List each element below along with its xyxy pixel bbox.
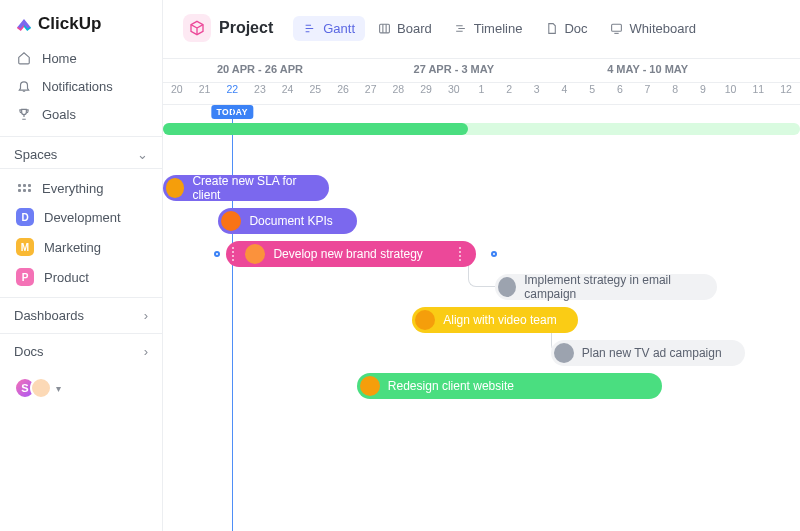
tab-gantt[interactable]: Gantt: [293, 16, 365, 41]
nav-label: Notifications: [42, 79, 113, 94]
task-bar-brand[interactable]: Develop new brand strategy: [226, 241, 475, 267]
space-badge: M: [16, 238, 34, 256]
space-badge: D: [16, 208, 34, 226]
day-header: 29: [412, 83, 440, 104]
assignee-avatar: [221, 211, 241, 231]
today-line: [232, 105, 233, 531]
project-chip[interactable]: Project: [177, 10, 279, 46]
day-header: 3: [523, 83, 551, 104]
assignee-avatar: [166, 178, 184, 198]
assignee-avatar: [554, 343, 574, 363]
task-bar-video[interactable]: Align with video team: [412, 307, 578, 333]
day-header: 2: [495, 83, 523, 104]
milestone-dot[interactable]: [214, 251, 220, 257]
clickup-logo-icon: [14, 14, 34, 34]
space-marketing[interactable]: M Marketing: [6, 233, 156, 261]
docs-section[interactable]: Docs ›: [0, 333, 162, 369]
section-label: Docs: [14, 344, 44, 359]
day-header: 27: [357, 83, 385, 104]
brand-logo[interactable]: ClickUp: [0, 0, 162, 44]
day-header: 30: [440, 83, 468, 104]
tab-timeline[interactable]: Timeline: [444, 16, 533, 41]
gantt-chart-area[interactable]: Create new SLA for clientDocument KPIsDe…: [163, 105, 800, 531]
task-bar-tvad[interactable]: Plan new TV ad campaign: [551, 340, 745, 366]
assignee-avatar: [415, 310, 435, 330]
day-header: 10: [717, 83, 745, 104]
grid-icon: [16, 180, 32, 196]
task-label: Create new SLA for client: [192, 174, 317, 202]
tab-doc[interactable]: Doc: [534, 16, 597, 41]
week-header: 27 APR - 3 MAY: [357, 59, 551, 82]
space-development[interactable]: D Development: [6, 203, 156, 231]
day-header: 28: [385, 83, 413, 104]
svg-rect-1: [612, 24, 622, 31]
nav-label: Goals: [42, 107, 76, 122]
day-header: 23: [246, 83, 274, 104]
task-label: Document KPIs: [249, 214, 332, 228]
day-header: 7: [634, 83, 662, 104]
space-label: Product: [44, 270, 89, 285]
spaces-header[interactable]: Spaces ⌄: [0, 136, 162, 169]
tab-label: Whiteboard: [630, 21, 696, 36]
day-header: 26: [329, 83, 357, 104]
sidebar: ClickUp Home Notifications Goals Spaces …: [0, 0, 163, 531]
day-header: 22TODAY: [218, 83, 246, 104]
space-label: Development: [44, 210, 121, 225]
tab-label: Board: [397, 21, 432, 36]
avatar: [30, 377, 52, 399]
svg-rect-0: [379, 24, 389, 33]
chevron-right-icon: ›: [144, 308, 148, 323]
tab-label: Gantt: [323, 21, 355, 36]
task-bar-kpis[interactable]: Document KPIs: [218, 208, 356, 234]
whiteboard-icon: [610, 21, 624, 35]
tab-label: Timeline: [474, 21, 523, 36]
day-header: 12: [772, 83, 800, 104]
day-header: 24: [274, 83, 302, 104]
gantt-icon: [303, 21, 317, 35]
doc-icon: [544, 21, 558, 35]
nav-notifications[interactable]: Notifications: [6, 72, 156, 100]
topbar: Project Gantt Board Timeline Doc: [163, 0, 800, 59]
home-icon: [16, 50, 32, 66]
space-everything[interactable]: Everything: [6, 175, 156, 201]
bell-icon: [16, 78, 32, 94]
week-header-row: 20 APR - 26 APR27 APR - 3 MAY4 MAY - 10 …: [163, 59, 800, 83]
task-label: Align with video team: [443, 313, 556, 327]
day-header: 11: [744, 83, 772, 104]
tab-label: Doc: [564, 21, 587, 36]
tab-board[interactable]: Board: [367, 16, 442, 41]
nav-goals[interactable]: Goals: [6, 100, 156, 128]
dashboards-section[interactable]: Dashboards ›: [0, 297, 162, 333]
task-bar-email[interactable]: Implement strategy in email campaign: [495, 274, 717, 300]
day-header: 4: [551, 83, 579, 104]
brand-name: ClickUp: [38, 14, 101, 34]
cube-icon: [183, 14, 211, 42]
day-header: 8: [661, 83, 689, 104]
task-label: Implement strategy in email campaign: [524, 273, 705, 301]
week-header: 4 MAY - 10 MAY: [551, 59, 745, 82]
timeline-icon: [454, 21, 468, 35]
space-label: Everything: [42, 181, 103, 196]
section-label: Dashboards: [14, 308, 84, 323]
nav-home[interactable]: Home: [6, 44, 156, 72]
gantt-chart: 20 APR - 26 APR27 APR - 3 MAY4 MAY - 10 …: [163, 59, 800, 531]
space-label: Marketing: [44, 240, 101, 255]
drag-handle-icon[interactable]: [229, 247, 237, 261]
day-header: 25: [301, 83, 329, 104]
day-header: 20: [163, 83, 191, 104]
board-icon: [377, 21, 391, 35]
chevron-down-icon: ⌄: [137, 147, 148, 162]
assignee-avatar: [498, 277, 516, 297]
day-header: 21: [191, 83, 219, 104]
space-product[interactable]: P Product: [6, 263, 156, 291]
task-bar-sla[interactable]: Create new SLA for client: [163, 175, 329, 201]
trophy-icon: [16, 106, 32, 122]
nav-label: Home: [42, 51, 77, 66]
summary-progress-fill: [163, 123, 468, 135]
tab-whiteboard[interactable]: Whiteboard: [600, 16, 706, 41]
drag-handle-icon[interactable]: [456, 247, 464, 261]
task-bar-redesign[interactable]: Redesign client website: [357, 373, 662, 399]
workspace-members[interactable]: S ▾: [0, 369, 162, 407]
project-title: Project: [219, 19, 273, 37]
spaces-title: Spaces: [14, 147, 57, 162]
